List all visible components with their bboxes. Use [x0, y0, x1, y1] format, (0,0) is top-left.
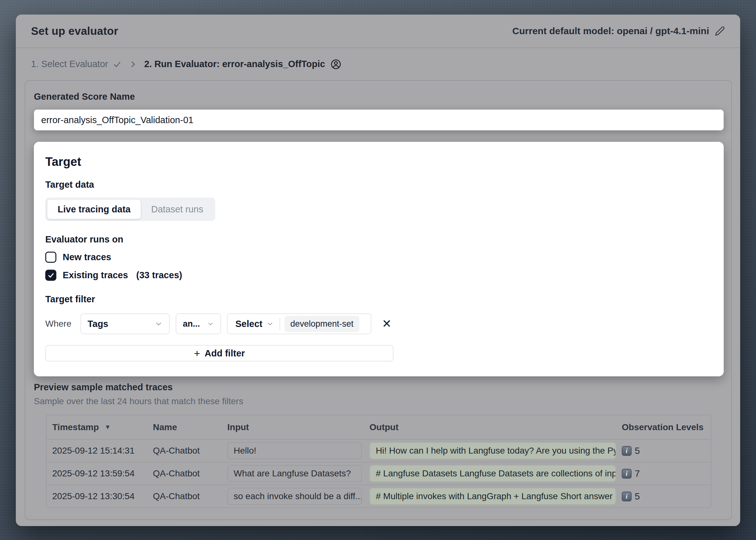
selected-tag-chip[interactable]: development-set — [285, 316, 359, 332]
cell-timestamp: 2025-09-12 15:14:31 — [47, 446, 147, 456]
remove-filter-button[interactable]: ✕ — [382, 318, 391, 330]
filter-operator-value: an... — [183, 319, 200, 329]
tab-dataset-runs[interactable]: Dataset runs — [141, 200, 213, 219]
target-filter-label: Target filter — [45, 294, 712, 305]
observation-level-count: 7 — [635, 469, 640, 479]
cell-timestamp: 2025-09-12 13:59:54 — [47, 469, 147, 478]
add-filter-button[interactable]: + Add filter — [45, 345, 393, 361]
checkbox-row-new-traces[interactable]: New traces — [45, 252, 712, 263]
target-title: Target — [45, 155, 712, 169]
column-header-output[interactable]: Output — [364, 422, 616, 432]
cell-output[interactable]: # Multiple invokes with LangGraph + Lang… — [370, 488, 616, 505]
run-evaluator-form-panel: Generated Score Name Target Target data … — [25, 80, 732, 520]
target-card: Target Target data Live tracing data Dat… — [34, 142, 724, 376]
breadcrumb-step-select-evaluator[interactable]: 1. Select Evaluator — [31, 59, 122, 69]
check-icon — [47, 272, 55, 279]
table-header-row: Timestamp ▼ Name Input Output Observatio… — [47, 415, 711, 439]
chevron-down-icon — [266, 320, 274, 328]
breadcrumb-step2-label: 2. Run Evaluator: error-analysis_OffTopi… — [144, 59, 325, 69]
pencil-icon — [715, 26, 725, 36]
dialog-header: Set up evaluator Current default model: … — [16, 15, 740, 48]
preview-title: Preview sample matched traces — [34, 382, 724, 392]
plus-icon: + — [194, 347, 200, 359]
observation-level-count: 5 — [635, 491, 640, 502]
observation-level-count: 5 — [635, 446, 640, 456]
score-name-input[interactable] — [34, 109, 724, 130]
cell-output[interactable]: # Langfuse Datasets Langfuse Datasets ar… — [370, 465, 616, 482]
filter-operator-select[interactable]: an... — [176, 313, 221, 334]
default-model-info: Current default model: openai / gpt-4.1-… — [512, 26, 725, 36]
filter-value-select[interactable]: Select development-set — [227, 313, 372, 334]
cell-name: QA-Chatbot — [147, 491, 222, 501]
column-header-input[interactable]: Input — [222, 422, 364, 432]
preview-subtitle: Sample over the last 24 hours that match… — [34, 396, 724, 406]
cell-output[interactable]: Hi! How can I help with Langfuse today? … — [370, 442, 616, 459]
cell-name: QA-Chatbot — [147, 446, 222, 456]
filter-column-select[interactable]: Tags — [80, 313, 170, 334]
filter-row: Where Tags an... Select — [45, 313, 712, 334]
target-data-tabs: Live tracing data Dataset runs — [45, 198, 215, 221]
info-level-icon: i — [622, 469, 632, 478]
new-traces-label: New traces — [63, 252, 111, 262]
edit-model-button[interactable] — [715, 26, 725, 36]
cell-input[interactable]: What are Langfuse Datasets? — [227, 465, 362, 482]
tab-live-tracing-data[interactable]: Live tracing data — [47, 200, 141, 219]
breadcrumb-step-run-evaluator: 2. Run Evaluator: error-analysis_OffTopi… — [144, 59, 342, 70]
score-name-label: Generated Score Name — [34, 91, 135, 102]
default-model-label: Current default model: openai / gpt-4.1-… — [512, 26, 709, 36]
breadcrumb: 1. Select Evaluator 2. Run Evaluator: er… — [16, 48, 740, 80]
breadcrumb-step1-label: 1. Select Evaluator — [31, 59, 108, 69]
chevron-down-icon — [207, 320, 214, 327]
existing-traces-count: (33 traces) — [136, 270, 182, 280]
check-icon — [112, 60, 122, 69]
evaluator-runs-on-label: Evaluator runs on — [45, 234, 712, 245]
info-level-icon: i — [622, 446, 632, 456]
table-row[interactable]: 2025-09-12 15:14:31 QA-Chatbot Hello! Hi… — [47, 439, 711, 462]
cell-input[interactable]: Hello! — [227, 442, 362, 459]
add-filter-label: Add filter — [205, 348, 245, 359]
setup-evaluator-dialog: Set up evaluator Current default model: … — [16, 15, 740, 526]
target-data-label: Target data — [45, 180, 712, 190]
divider — [279, 318, 280, 330]
table-row[interactable]: 2025-09-12 13:30:54 QA-Chatbot so each i… — [47, 484, 711, 507]
checkbox-row-existing-traces[interactable]: Existing traces (33 traces) — [45, 270, 712, 281]
preview-section: Preview sample matched traces Sample ove… — [34, 382, 724, 406]
user-circle-icon — [330, 59, 342, 70]
column-header-name[interactable]: Name — [147, 422, 222, 432]
chevron-down-icon — [154, 320, 163, 328]
cell-input[interactable]: so each invoke should be a diff... — [227, 488, 362, 505]
column-header-timestamp[interactable]: Timestamp ▼ — [47, 422, 147, 432]
page-title: Set up evaluator — [31, 25, 118, 37]
close-icon: ✕ — [382, 318, 391, 330]
cell-name: QA-Chatbot — [147, 469, 222, 478]
chevron-right-icon — [129, 60, 137, 68]
where-label: Where — [45, 319, 71, 329]
column-header-observation-levels[interactable]: Observation Levels — [616, 422, 711, 432]
filter-value-placeholder: Select — [235, 319, 262, 329]
cell-timestamp: 2025-09-12 13:30:54 — [47, 491, 147, 501]
existing-traces-checkbox[interactable] — [45, 270, 56, 281]
existing-traces-label: Existing traces — [63, 270, 128, 280]
filter-column-value: Tags — [87, 319, 108, 329]
matched-traces-table: Timestamp ▼ Name Input Output Observatio… — [46, 415, 711, 508]
new-traces-checkbox[interactable] — [45, 252, 56, 263]
info-level-icon: i — [622, 491, 632, 501]
table-row[interactable]: 2025-09-12 13:59:54 QA-Chatbot What are … — [47, 462, 711, 484]
sort-desc-icon: ▼ — [104, 424, 111, 431]
